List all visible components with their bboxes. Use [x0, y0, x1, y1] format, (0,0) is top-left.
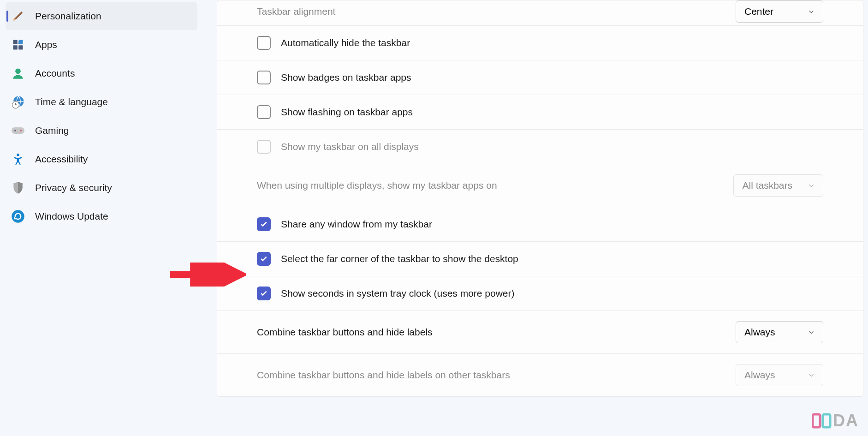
checkbox-far-corner[interactable] — [257, 252, 271, 266]
sidebar-item-label: Personalization — [35, 11, 101, 22]
row-show-all-displays: Show my taskbar on all displays — [217, 130, 863, 164]
sidebar-item-label: Accessibility — [35, 154, 88, 165]
sidebar: Personalization Apps Accounts Time & lan… — [0, 0, 203, 436]
label-show-all-displays: Show my taskbar on all displays — [281, 141, 823, 152]
checkbox-show-all-displays — [257, 140, 271, 154]
sidebar-item-time-language[interactable]: Time & language — [6, 88, 197, 116]
svg-rect-13 — [813, 414, 820, 427]
label-combine-buttons-other: Combine taskbar buttons and hide labels … — [257, 370, 736, 381]
chevron-down-icon — [808, 6, 814, 17]
sidebar-item-gaming[interactable]: Gaming — [6, 117, 197, 144]
xda-logo-icon — [812, 412, 832, 430]
svg-rect-7 — [12, 127, 24, 134]
chevron-down-icon — [808, 180, 814, 191]
chevron-down-icon — [808, 327, 814, 338]
sidebar-item-label: Apps — [35, 39, 57, 50]
row-show-seconds: Show seconds in system tray clock (uses … — [217, 276, 863, 311]
sidebar-item-label: Windows Update — [35, 211, 108, 222]
svg-rect-3 — [18, 45, 23, 49]
gamepad-icon — [11, 124, 25, 137]
update-icon — [11, 209, 25, 223]
row-far-corner: Select the far corner of the taskbar to … — [217, 242, 863, 276]
select-combine-buttons-other: Always — [736, 364, 823, 386]
row-auto-hide: Automatically hide the taskbar — [217, 26, 863, 60]
shield-icon — [11, 181, 25, 195]
select-multi-display-apps: All taskbars — [733, 174, 823, 197]
checkbox-share-any-window[interactable] — [257, 217, 271, 231]
select-value: Center — [744, 6, 773, 17]
row-combine-buttons: Combine taskbar buttons and hide labels … — [217, 311, 863, 354]
select-value: All taskbars — [742, 180, 792, 191]
svg-rect-1 — [18, 40, 24, 45]
label-far-corner: Select the far corner of the taskbar to … — [281, 253, 823, 264]
sidebar-item-accessibility[interactable]: Accessibility — [6, 145, 197, 173]
label-show-badges: Show badges on taskbar apps — [281, 72, 823, 83]
svg-point-9 — [20, 130, 22, 131]
sidebar-item-label: Accounts — [35, 68, 75, 79]
sidebar-item-label: Time & language — [35, 96, 108, 108]
select-value: Always — [744, 327, 775, 338]
svg-point-10 — [17, 154, 19, 156]
content-area: Taskbar alignment Center Automatically h… — [203, 0, 868, 436]
sidebar-item-label: Gaming — [35, 125, 69, 136]
sidebar-item-apps[interactable]: Apps — [6, 31, 197, 59]
select-combine-buttons[interactable]: Always — [736, 321, 823, 343]
label-multi-display-apps: When using multiple displays, show my ta… — [257, 180, 733, 191]
accessibility-icon — [11, 152, 25, 166]
row-multi-display-apps: When using multiple displays, show my ta… — [217, 164, 863, 207]
sidebar-item-privacy-security[interactable]: Privacy & security — [6, 174, 197, 202]
label-share-any-window: Share any window from my taskbar — [281, 219, 823, 230]
checkbox-show-badges[interactable] — [257, 71, 271, 84]
label-taskbar-alignment: Taskbar alignment — [257, 6, 736, 17]
checkbox-auto-hide[interactable] — [257, 36, 271, 50]
globe-clock-icon — [11, 95, 25, 109]
row-taskbar-alignment: Taskbar alignment Center — [217, 0, 863, 26]
svg-point-8 — [14, 130, 16, 131]
sidebar-item-label: Privacy & security — [35, 182, 112, 193]
svg-rect-14 — [823, 414, 830, 427]
svg-rect-2 — [13, 45, 18, 49]
watermark-text: DA — [833, 411, 859, 430]
chevron-down-icon — [808, 370, 814, 381]
label-show-flashing: Show flashing on taskbar apps — [281, 107, 823, 118]
svg-point-4 — [15, 69, 21, 74]
person-icon — [11, 66, 25, 80]
row-show-badges: Show badges on taskbar apps — [217, 60, 863, 95]
row-share-any-window: Share any window from my taskbar — [217, 207, 863, 242]
select-taskbar-alignment[interactable]: Center — [736, 0, 823, 23]
checkbox-show-seconds[interactable] — [257, 287, 271, 300]
svg-rect-0 — [13, 40, 18, 44]
sidebar-item-accounts[interactable]: Accounts — [6, 60, 197, 87]
label-show-seconds: Show seconds in system tray clock (uses … — [281, 288, 823, 299]
label-combine-buttons: Combine taskbar buttons and hide labels — [257, 327, 736, 338]
watermark-xda: DA — [812, 411, 859, 430]
label-auto-hide: Automatically hide the taskbar — [281, 37, 823, 48]
sidebar-item-personalization[interactable]: Personalization — [6, 2, 197, 30]
apps-icon — [11, 38, 25, 52]
checkbox-show-flashing[interactable] — [257, 105, 271, 119]
sidebar-item-windows-update[interactable]: Windows Update — [6, 203, 197, 230]
paintbrush-icon — [11, 9, 25, 23]
svg-point-11 — [12, 210, 24, 223]
settings-panel: Taskbar alignment Center Automatically h… — [217, 0, 863, 397]
select-value: Always — [744, 370, 775, 381]
row-combine-buttons-other: Combine taskbar buttons and hide labels … — [217, 354, 863, 396]
row-show-flashing: Show flashing on taskbar apps — [217, 95, 863, 130]
